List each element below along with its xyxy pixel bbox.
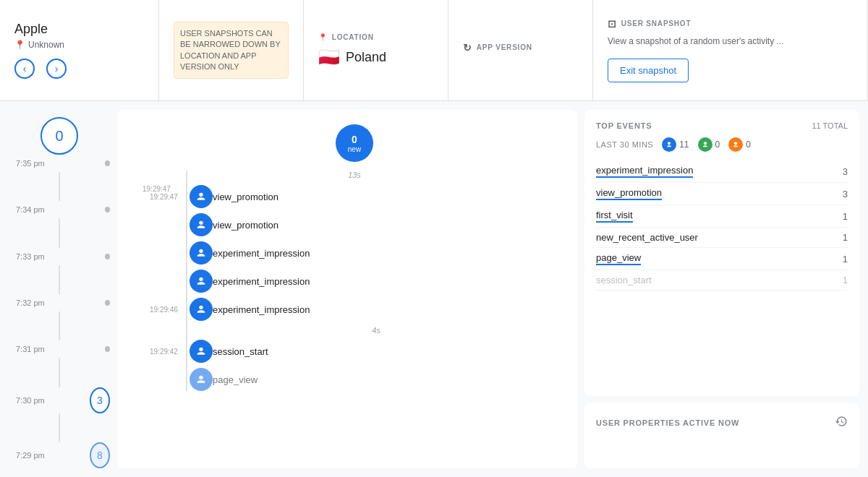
- gap-4s: 4s: [190, 326, 563, 335]
- event-ts-1: 19:29:47: [150, 193, 178, 201]
- time-row-734: 7:34 pm: [9, 202, 110, 217]
- time-row-730: 7:30 pm 3: [9, 387, 110, 413]
- svg-point-5: [199, 348, 203, 351]
- user-props-title: USER PROPERTIES ACTIVE NOW: [596, 418, 739, 427]
- event-name-7: page_view: [213, 374, 258, 385]
- event-icon-3: [190, 241, 213, 265]
- user-name: Apple: [14, 22, 48, 37]
- snapshot-info-text: USER SNAPSHOTS CAN BE NARROWED DOWN BY L…: [174, 22, 289, 80]
- event-row-view-promotion-2: view_promotion: [190, 213, 563, 236]
- stat-orange: 0: [728, 137, 751, 152]
- top-events-title: TOP EVENTS: [596, 121, 652, 130]
- vline-6: [59, 413, 60, 442]
- header-bar: Apple 📍 Unknown ‹ › USER SNAPSHOTS CAN B…: [0, 0, 868, 101]
- events-panel: 0 new 13s 19:29:47 19:29:47: [117, 110, 577, 468]
- user-snapshot-label: ⊡ USER SNAPSHOT: [608, 18, 853, 30]
- svg-point-2: [199, 249, 203, 253]
- event-name-3: experiment_impression: [213, 248, 310, 259]
- vline-3: [59, 265, 60, 294]
- timeline-node-3: 3: [90, 387, 110, 413]
- event-item-count-1: 3: [843, 166, 848, 177]
- event-item-name-4: new_recent_active_user: [596, 232, 698, 243]
- gap-13s: 13s: [146, 171, 563, 179]
- event-name-6: session_start: [213, 346, 268, 357]
- svg-point-9: [734, 142, 737, 145]
- stats-row: LAST 30 MINS 11 0 0: [596, 137, 848, 152]
- nav-arrows: ‹ ›: [14, 59, 67, 79]
- timeline-node-0: 0: [41, 117, 78, 155]
- event-ts-3: 19:29:42: [150, 348, 178, 356]
- main-content: 0 7:35 pm 7:34 pm 7:33 pm 7:32 pm 7:31 p…: [0, 101, 868, 477]
- location-flag: 🇵🇱: [318, 47, 340, 67]
- time-label-732: 7:32 pm: [9, 298, 99, 307]
- last-30-label: LAST 30 MINS: [596, 140, 653, 149]
- event-icon-6: [190, 340, 213, 363]
- time-label-735: 7:35 pm: [9, 159, 99, 168]
- new-count: 0: [352, 134, 357, 145]
- event-icon-2: [190, 213, 213, 236]
- timeline-dot-734: [105, 207, 110, 212]
- stat-circle-blue: [662, 137, 676, 152]
- app-version-cell: ↻ APP VERSION: [448, 0, 593, 100]
- event-item-page-view: page_view 1: [596, 248, 848, 270]
- event-row-view-promotion-1: 19:29:47 view_promotion: [190, 185, 563, 208]
- total-badge: 11 TOTAL: [812, 121, 848, 130]
- time-label-730: 7:30 pm: [9, 396, 87, 405]
- timeline-dot-735: [105, 160, 110, 166]
- event-icon-4: [190, 270, 213, 293]
- user-cell: Apple 📍 Unknown ‹ ›: [0, 0, 159, 100]
- event-item-count-4: 1: [843, 232, 848, 243]
- time-row-729: 7:29 pm 8: [9, 442, 110, 468]
- next-arrow[interactable]: ›: [46, 59, 67, 79]
- time-row-732: 7:32 pm: [9, 296, 110, 310]
- event-name-4: experiment_impression: [213, 276, 310, 287]
- timeline-node-8: 8: [90, 442, 110, 468]
- event-row-exp-imp-1: experiment_impression: [190, 241, 563, 265]
- stat-circle-green: [698, 137, 712, 152]
- timestamp-1: 19:29:47: [142, 185, 171, 193]
- new-badge: 0 new: [336, 124, 373, 162]
- event-row-page-view: page_view: [190, 368, 563, 391]
- event-item-exp-imp: experiment_impression 3: [596, 160, 848, 183]
- stat-circle-orange: [728, 137, 743, 152]
- svg-point-0: [199, 193, 203, 197]
- event-name-1: view_promotion: [213, 192, 278, 202]
- prev-arrow[interactable]: ‹: [14, 59, 35, 79]
- event-row-exp-imp-2: experiment_impression: [190, 270, 563, 293]
- location-value: 🇵🇱 Poland: [318, 47, 433, 67]
- event-item-count-6: 1: [843, 275, 848, 285]
- event-items-list: experiment_impression 3 view_promotion 3…: [596, 160, 848, 291]
- event-item-name-3: first_visit: [596, 210, 633, 223]
- event-icon-5: [190, 298, 213, 321]
- user-snapshot-desc: View a snapshot of a random user's activ…: [608, 35, 853, 48]
- svg-point-7: [668, 142, 671, 145]
- snapshot-info-cell: USER SNAPSHOTS CAN BE NARROWED DOWN BY L…: [159, 0, 304, 100]
- event-item-name-1: experiment_impression: [596, 165, 693, 178]
- time-label-733: 7:33 pm: [9, 252, 99, 261]
- new-node: 0 new: [146, 124, 563, 165]
- user-snapshot-cell: ⊡ USER SNAPSHOT View a snapshot of a ran…: [593, 0, 868, 100]
- svg-point-1: [199, 221, 203, 225]
- history-icon[interactable]: [835, 415, 848, 431]
- time-label-731: 7:31 pm: [9, 345, 99, 353]
- location-cell: 📍 LOCATION 🇵🇱 Poland: [304, 0, 448, 100]
- time-row-731: 7:31 pm: [9, 342, 110, 356]
- new-label: new: [348, 145, 361, 153]
- svg-point-4: [199, 306, 203, 309]
- time-row-735: 7:35 pm: [9, 156, 110, 171]
- svg-point-8: [703, 142, 706, 145]
- event-item-new-recent: new_recent_active_user 1: [596, 228, 848, 248]
- event-row-exp-imp-3: 19:29:46 experiment_impression: [190, 298, 563, 321]
- events-container: 13s 19:29:47 19:29:47 view_promotion: [146, 171, 563, 391]
- event-row-session-start: 19:29:42 session_start: [190, 340, 563, 363]
- location-icon: 📍: [318, 33, 328, 41]
- svg-point-6: [199, 376, 203, 379]
- event-icon-1: [190, 185, 213, 208]
- user-location: 📍 Unknown: [14, 40, 64, 50]
- top-events-card: TOP EVENTS 11 TOTAL LAST 30 MINS 11 0: [584, 110, 859, 396]
- event-name-5: experiment_impression: [213, 304, 310, 315]
- timeline-dot-732: [105, 300, 110, 306]
- vert-line: [186, 171, 187, 391]
- exit-snapshot-button[interactable]: Exit snapshot: [608, 59, 689, 82]
- app-version-label: ↻ APP VERSION: [463, 42, 578, 53]
